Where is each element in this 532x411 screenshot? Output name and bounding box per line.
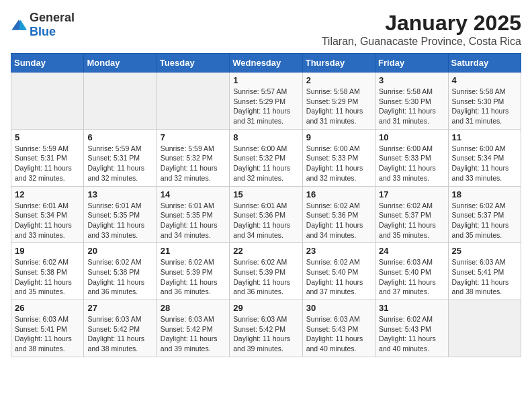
day-info: Sunrise: 6:00 AMSunset: 5:33 PMDaylight:…: [379, 144, 444, 183]
day-info: Sunrise: 6:01 AMSunset: 5:35 PMDaylight:…: [87, 201, 152, 240]
day-number: 18: [452, 189, 517, 199]
day-info: Sunrise: 5:59 AMSunset: 5:31 PMDaylight:…: [87, 144, 152, 183]
day-info: Sunrise: 6:03 AMSunset: 5:41 PMDaylight:…: [15, 314, 80, 354]
calendar-cell: [84, 73, 157, 130]
day-info: Sunrise: 6:00 AMSunset: 5:32 PMDaylight:…: [233, 144, 298, 183]
day-info: Sunrise: 6:02 AMSunset: 5:37 PMDaylight:…: [452, 201, 517, 240]
calendar-cell: 25Sunrise: 6:03 AMSunset: 5:41 PMDayligh…: [448, 243, 521, 300]
weekday-header-wednesday: Wednesday: [230, 54, 302, 73]
calendar-cell: 1Sunrise: 5:57 AMSunset: 5:29 PMDaylight…: [230, 73, 302, 130]
calendar-cell: 19Sunrise: 6:02 AMSunset: 5:38 PMDayligh…: [11, 243, 84, 300]
calendar-cell: 11Sunrise: 6:00 AMSunset: 5:34 PMDayligh…: [448, 129, 521, 186]
calendar-week-1: 5Sunrise: 5:59 AMSunset: 5:31 PMDaylight…: [11, 129, 521, 186]
calendar-title: January 2025: [322, 11, 521, 36]
calendar-cell: 23Sunrise: 6:02 AMSunset: 5:40 PMDayligh…: [302, 243, 375, 300]
day-info: Sunrise: 6:00 AMSunset: 5:34 PMDaylight:…: [452, 144, 517, 183]
day-number: 13: [87, 189, 152, 199]
day-number: 24: [379, 246, 444, 256]
calendar-cell: 26Sunrise: 6:03 AMSunset: 5:41 PMDayligh…: [11, 300, 84, 357]
day-number: 20: [87, 246, 152, 256]
day-info: Sunrise: 6:03 AMSunset: 5:40 PMDaylight:…: [379, 257, 444, 297]
calendar-cell: 18Sunrise: 6:02 AMSunset: 5:37 PMDayligh…: [448, 186, 521, 243]
title-block: January 2025 Tilaran, Guanacaste Provinc…: [322, 11, 521, 48]
day-number: 25: [452, 246, 517, 256]
day-info: Sunrise: 6:03 AMSunset: 5:42 PMDaylight:…: [87, 314, 152, 354]
day-number: 3: [379, 75, 444, 85]
day-info: Sunrise: 6:02 AMSunset: 5:37 PMDaylight:…: [379, 201, 444, 240]
day-info: Sunrise: 6:02 AMSunset: 5:39 PMDaylight:…: [161, 257, 226, 297]
weekday-header-row: SundayMondayTuesdayWednesdayThursdayFrid…: [11, 54, 521, 73]
day-info: Sunrise: 6:01 AMSunset: 5:34 PMDaylight:…: [15, 201, 80, 240]
calendar-cell: 30Sunrise: 6:03 AMSunset: 5:43 PMDayligh…: [302, 300, 375, 357]
day-info: Sunrise: 6:03 AMSunset: 5:42 PMDaylight:…: [161, 314, 226, 354]
day-number: 9: [306, 132, 371, 142]
day-info: Sunrise: 6:02 AMSunset: 5:39 PMDaylight:…: [233, 257, 298, 297]
calendar-cell: [448, 300, 521, 357]
calendar-cell: [11, 73, 84, 130]
calendar-cell: 4Sunrise: 5:58 AMSunset: 5:30 PMDaylight…: [448, 73, 521, 130]
day-number: 6: [87, 132, 152, 142]
logo-general-text: General: [30, 11, 75, 24]
calendar-cell: 29Sunrise: 6:03 AMSunset: 5:42 PMDayligh…: [230, 300, 302, 357]
weekday-header-saturday: Saturday: [448, 54, 521, 73]
day-number: 11: [452, 132, 517, 142]
svg-marker-1: [19, 19, 27, 30]
calendar-subtitle: Tilaran, Guanacaste Province, Costa Rica: [322, 36, 521, 48]
day-number: 5: [15, 132, 80, 142]
calendar-cell: 12Sunrise: 6:01 AMSunset: 5:34 PMDayligh…: [11, 186, 84, 243]
day-number: 7: [161, 132, 226, 142]
calendar-cell: 28Sunrise: 6:03 AMSunset: 5:42 PMDayligh…: [157, 300, 229, 357]
weekday-header-thursday: Thursday: [302, 54, 375, 73]
calendar-cell: 31Sunrise: 6:02 AMSunset: 5:43 PMDayligh…: [375, 300, 448, 357]
page-header: General Blue January 2025 Tilaran, Guana…: [11, 11, 521, 48]
day-number: 26: [15, 303, 80, 313]
logo: General Blue: [11, 11, 75, 39]
day-info: Sunrise: 6:02 AMSunset: 5:36 PMDaylight:…: [306, 201, 371, 240]
day-number: 10: [379, 132, 444, 142]
day-info: Sunrise: 6:03 AMSunset: 5:41 PMDaylight:…: [452, 257, 517, 297]
calendar-cell: 5Sunrise: 5:59 AMSunset: 5:31 PMDaylight…: [11, 129, 84, 186]
calendar-cell: 15Sunrise: 6:01 AMSunset: 5:36 PMDayligh…: [230, 186, 302, 243]
calendar-cell: 8Sunrise: 6:00 AMSunset: 5:32 PMDaylight…: [230, 129, 302, 186]
day-info: Sunrise: 6:00 AMSunset: 5:33 PMDaylight:…: [306, 144, 371, 183]
calendar-table: SundayMondayTuesdayWednesdayThursdayFrid…: [11, 53, 521, 357]
calendar-cell: 27Sunrise: 6:03 AMSunset: 5:42 PMDayligh…: [84, 300, 157, 357]
day-number: 23: [306, 246, 371, 256]
calendar-body: 1Sunrise: 5:57 AMSunset: 5:29 PMDaylight…: [11, 73, 521, 357]
day-info: Sunrise: 6:02 AMSunset: 5:43 PMDaylight:…: [379, 314, 444, 354]
weekday-header-friday: Friday: [375, 54, 448, 73]
day-number: 4: [452, 75, 517, 85]
day-info: Sunrise: 6:03 AMSunset: 5:42 PMDaylight:…: [233, 314, 298, 354]
logo-icon: [11, 17, 27, 33]
calendar-cell: 9Sunrise: 6:00 AMSunset: 5:33 PMDaylight…: [302, 129, 375, 186]
calendar-cell: 2Sunrise: 5:58 AMSunset: 5:29 PMDaylight…: [302, 73, 375, 130]
day-number: 30: [306, 303, 371, 313]
calendar-week-4: 26Sunrise: 6:03 AMSunset: 5:41 PMDayligh…: [11, 300, 521, 357]
day-number: 1: [233, 75, 298, 85]
day-number: 22: [233, 246, 298, 256]
calendar-week-2: 12Sunrise: 6:01 AMSunset: 5:34 PMDayligh…: [11, 186, 521, 243]
calendar-week-3: 19Sunrise: 6:02 AMSunset: 5:38 PMDayligh…: [11, 243, 521, 300]
day-number: 12: [15, 189, 80, 199]
calendar-cell: 14Sunrise: 6:01 AMSunset: 5:35 PMDayligh…: [157, 186, 229, 243]
day-number: 29: [233, 303, 298, 313]
calendar-cell: 3Sunrise: 5:58 AMSunset: 5:30 PMDaylight…: [375, 73, 448, 130]
calendar-cell: 13Sunrise: 6:01 AMSunset: 5:35 PMDayligh…: [84, 186, 157, 243]
calendar-cell: 21Sunrise: 6:02 AMSunset: 5:39 PMDayligh…: [157, 243, 229, 300]
day-info: Sunrise: 6:02 AMSunset: 5:38 PMDaylight:…: [15, 257, 80, 297]
calendar-cell: 20Sunrise: 6:02 AMSunset: 5:38 PMDayligh…: [84, 243, 157, 300]
calendar-cell: 16Sunrise: 6:02 AMSunset: 5:36 PMDayligh…: [302, 186, 375, 243]
calendar-header: SundayMondayTuesdayWednesdayThursdayFrid…: [11, 54, 521, 73]
weekday-header-sunday: Sunday: [11, 54, 84, 73]
day-info: Sunrise: 5:58 AMSunset: 5:29 PMDaylight:…: [306, 87, 371, 126]
day-info: Sunrise: 6:01 AMSunset: 5:36 PMDaylight:…: [233, 201, 298, 240]
logo-blue-text: Blue: [30, 25, 56, 38]
day-info: Sunrise: 6:03 AMSunset: 5:43 PMDaylight:…: [306, 314, 371, 354]
calendar-cell: 6Sunrise: 5:59 AMSunset: 5:31 PMDaylight…: [84, 129, 157, 186]
day-number: 28: [161, 303, 226, 313]
day-number: 15: [233, 189, 298, 199]
calendar-cell: 24Sunrise: 6:03 AMSunset: 5:40 PMDayligh…: [375, 243, 448, 300]
day-info: Sunrise: 6:01 AMSunset: 5:35 PMDaylight:…: [161, 201, 226, 240]
calendar-week-0: 1Sunrise: 5:57 AMSunset: 5:29 PMDaylight…: [11, 73, 521, 130]
day-number: 27: [87, 303, 152, 313]
